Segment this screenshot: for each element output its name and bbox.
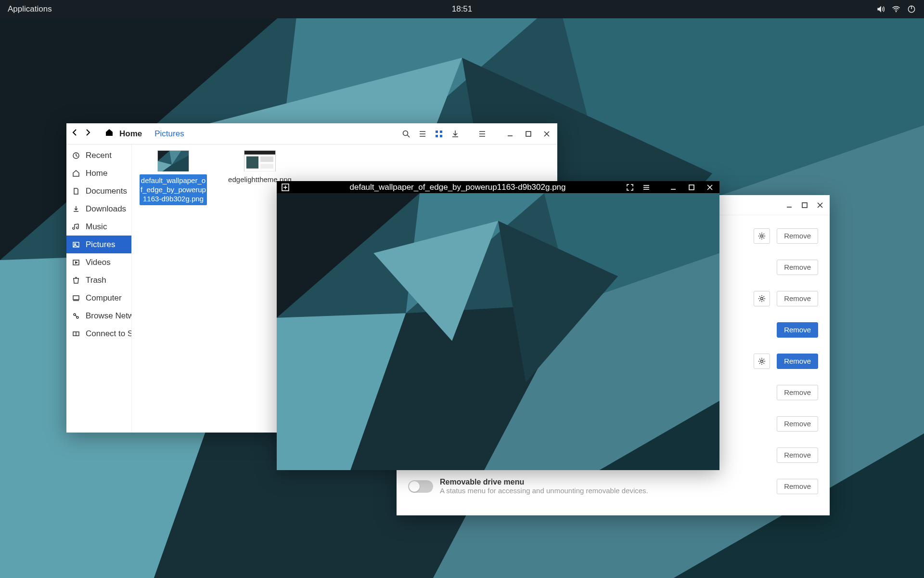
sidebar-item-videos[interactable]: Videos [66,253,131,271]
extension-description: A status menu for accessing and unmounti… [440,486,747,495]
download-icon[interactable] [450,129,460,139]
file-manager-titlebar[interactable]: Home Pictures [66,123,557,144]
svg-rect-73 [689,185,694,190]
sidebar-item-label: Home [86,169,107,178]
image-content [277,193,719,470]
configure-button[interactable] [754,228,770,244]
hamburger-menu-icon[interactable] [642,183,651,192]
svg-rect-14 [802,203,807,208]
configure-button[interactable] [754,291,770,306]
extension-name: Removable drive menu [440,478,747,486]
maximize-button[interactable] [686,182,697,193]
fullscreen-icon[interactable] [625,183,635,192]
sidebar-item-browse-netw-[interactable]: Browse Netw… [66,307,131,325]
power-icon[interactable] [907,4,916,14]
breadcrumb-current[interactable]: Pictures [154,129,184,139]
svg-point-10 [896,11,897,13]
svg-point-17 [761,235,763,237]
remove-button[interactable]: Remove [777,291,818,306]
svg-point-52 [77,316,78,318]
minimize-button[interactable] [667,182,679,193]
remove-button[interactable]: Remove [777,322,818,338]
sidebar-item-label: Computer [86,293,122,303]
sidebar-item-home[interactable]: Home [66,164,131,182]
sidebar-item-documents[interactable]: Documents [66,182,131,200]
grid-view-icon[interactable] [434,129,444,139]
svg-point-46 [75,243,76,245]
nav-back-button[interactable] [71,129,79,139]
sidebar-item-label: Recent [86,151,112,160]
svg-rect-63 [246,157,258,169]
remove-button[interactable]: Remove [777,228,818,244]
close-button[interactable] [541,128,552,140]
remove-button[interactable]: Remove [777,479,818,494]
sidebar-item-label: Videos [86,258,111,267]
sidebar-item-label: Connect to S… [86,329,131,339]
image-viewer-window: default_wallpaper_of_edge_by_powerup1163… [277,181,719,470]
sidebar-item-label: Pictures [86,240,115,250]
remove-button[interactable]: Remove [777,385,818,400]
configure-button[interactable] [754,354,770,369]
svg-rect-32 [440,131,442,133]
remove-button[interactable]: Remove [777,416,818,432]
svg-line-27 [408,135,410,137]
sidebar-item-label: Browse Netw… [86,311,131,321]
remove-button[interactable]: Remove [777,354,818,369]
sidebar-item-label: Documents [86,186,127,196]
sidebar-item-pictures[interactable]: Pictures [66,236,131,253]
svg-point-51 [74,314,76,315]
home-icon[interactable] [105,128,114,139]
search-icon[interactable] [401,129,411,139]
sidebar-item-computer[interactable]: Computer [66,289,131,307]
file-manager-sidebar: RecentHomeDocumentsDownloadsMusicPicture… [66,144,132,433]
add-icon[interactable] [281,183,290,192]
sidebar-item-downloads[interactable]: Downloads [66,200,131,218]
extension-row: Removable drive menuA status menu for ac… [408,471,818,502]
svg-marker-48 [75,261,78,264]
file-item[interactable]: default_wallpaper_of_edge_by_powerup1163… [140,150,207,205]
sidebar-item-recent[interactable]: Recent [66,146,131,164]
wifi-icon[interactable] [891,4,901,14]
sidebar-item-connect-to-s-[interactable]: Connect to S… [66,325,131,342]
sidebar-item-trash[interactable]: Trash [66,271,131,289]
sidebar-item-music[interactable]: Music [66,218,131,236]
sidebar-item-label: Trash [86,276,106,285]
system-tray[interactable] [876,4,916,14]
hamburger-menu-icon[interactable] [477,129,487,139]
svg-rect-49 [73,296,79,300]
panel-clock[interactable]: 18:51 [452,4,473,14]
svg-point-21 [761,360,763,362]
svg-line-53 [76,315,77,316]
svg-point-19 [761,297,763,300]
file-thumbnail [244,150,276,171]
file-thumbnail [157,150,189,171]
svg-rect-34 [440,135,442,137]
applications-menu[interactable]: Applications [8,4,52,14]
image-viewer-title: default_wallpaper_of_edge_by_powerup1163… [294,183,621,192]
remove-button[interactable]: Remove [777,260,818,275]
breadcrumb-home[interactable]: Home [119,129,142,139]
svg-rect-62 [244,151,275,155]
sidebar-item-label: Music [86,222,107,232]
top-panel: Applications 18:51 [0,0,924,18]
svg-rect-33 [436,135,438,137]
volume-icon[interactable] [876,4,886,14]
list-view-icon[interactable] [418,129,427,139]
maximize-button[interactable] [523,128,534,140]
image-viewer-titlebar[interactable]: default_wallpaper_of_edge_by_powerup1163… [277,181,719,193]
svg-rect-64 [260,157,273,162]
svg-rect-40 [526,131,531,136]
minimize-button[interactable] [504,128,516,140]
nav-forward-button[interactable] [84,129,91,139]
remove-button[interactable]: Remove [777,447,818,463]
svg-rect-65 [260,164,273,169]
extension-toggle[interactable] [408,480,433,493]
svg-rect-31 [436,131,438,133]
svg-point-26 [403,131,408,135]
file-item[interactable]: edgelighttheme.png [226,150,294,185]
close-button[interactable] [814,199,826,211]
maximize-button[interactable] [799,199,810,211]
close-button[interactable] [704,182,716,193]
file-label: default_wallpaper_of_edge_by_powerup1163… [140,174,207,205]
minimize-button[interactable] [783,199,795,211]
